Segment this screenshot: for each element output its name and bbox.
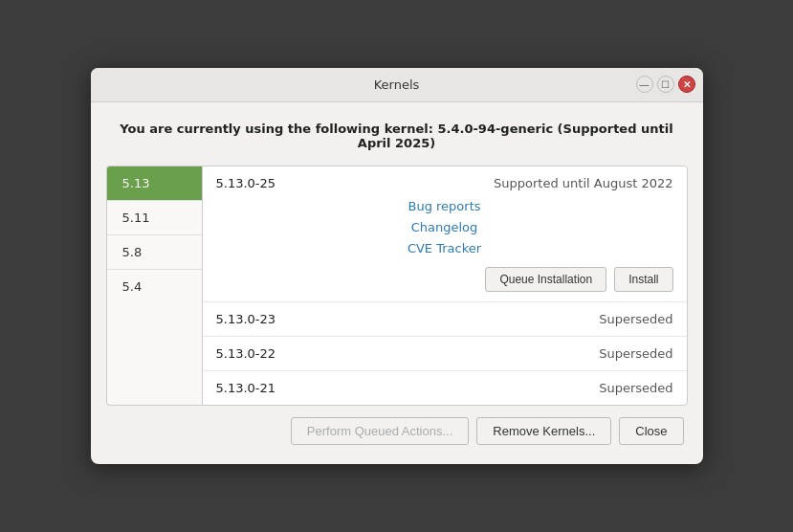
sidebar-item-58[interactable]: 5.8 — [107, 235, 202, 270]
window-title: Kernels — [374, 78, 420, 92]
kernel-version-5130-21: 5.13.0-21 — [216, 381, 276, 395]
queue-installation-button[interactable]: Queue Installation — [485, 267, 606, 292]
kernel-entry-5130-22: 5.13.0-22 Superseded — [203, 337, 687, 371]
main-window: Kernels — ☐ ✕ You are currently using th… — [91, 68, 703, 464]
changelog-link[interactable]: Changelog — [411, 217, 478, 238]
kernel-entry-5130-21: 5.13.0-21 Superseded — [203, 371, 687, 405]
window-controls: — ☐ ✕ — [636, 76, 695, 93]
info-bar: You are currently using the following ke… — [106, 118, 688, 154]
remove-kernels-button[interactable]: Remove Kernels... — [476, 417, 611, 445]
kernel-version-5130-25: 5.13.0-25 — [216, 176, 276, 190]
main-area: 5.13 5.11 5.8 5.4 5.13.0-25 Supported un… — [106, 166, 688, 406]
kernel-status-5130-25: Supported until August 2022 — [494, 176, 672, 190]
sidebar-item-511[interactable]: 5.11 — [107, 201, 202, 235]
titlebar: Kernels — ☐ ✕ — [91, 68, 703, 102]
bug-reports-link[interactable]: Bug reports — [408, 196, 480, 217]
cve-tracker-link[interactable]: CVE Tracker — [408, 238, 481, 259]
maximize-button[interactable]: ☐ — [657, 76, 674, 93]
kernel-entry-top: 5.13.0-25 Supported until August 2022 — [216, 176, 673, 190]
kernel-version-5130-22: 5.13.0-22 — [216, 346, 276, 361]
kernel-entry-5130-25: 5.13.0-25 Supported until August 2022 Bu… — [203, 166, 687, 302]
close-button[interactable]: ✕ — [678, 76, 695, 93]
close-footer-button[interactable]: Close — [619, 417, 683, 445]
kernel-entry-top-22: 5.13.0-22 Superseded — [216, 346, 673, 361]
sidebar: 5.13 5.11 5.8 5.4 — [106, 166, 202, 406]
kernel-status-5130-21: Superseded — [599, 381, 672, 395]
kernel-status-5130-23: Superseded — [599, 312, 672, 326]
kernel-list: 5.13.0-25 Supported until August 2022 Bu… — [202, 166, 688, 406]
kernel-entry-top-21: 5.13.0-21 Superseded — [216, 381, 673, 395]
perform-queued-actions-button[interactable]: Perform Queued Actions... — [291, 417, 469, 445]
kernel-entry-5130-23: 5.13.0-23 Superseded — [203, 302, 687, 337]
kernel-actions-5130-25: Queue Installation Install — [216, 267, 673, 292]
content-area: You are currently using the following ke… — [91, 102, 703, 464]
sidebar-item-54[interactable]: 5.4 — [107, 270, 202, 303]
footer: Perform Queued Actions... Remove Kernels… — [106, 417, 688, 449]
kernel-links-5130-25: Bug reports Changelog CVE Tracker — [216, 196, 673, 259]
install-button[interactable]: Install — [614, 267, 672, 292]
kernel-status-5130-22: Superseded — [599, 346, 672, 361]
kernel-version-5130-23: 5.13.0-23 — [216, 312, 276, 326]
minimize-button[interactable]: — — [636, 76, 653, 93]
sidebar-item-513[interactable]: 5.13 — [107, 166, 202, 201]
kernel-entry-top-23: 5.13.0-23 Superseded — [216, 312, 673, 326]
